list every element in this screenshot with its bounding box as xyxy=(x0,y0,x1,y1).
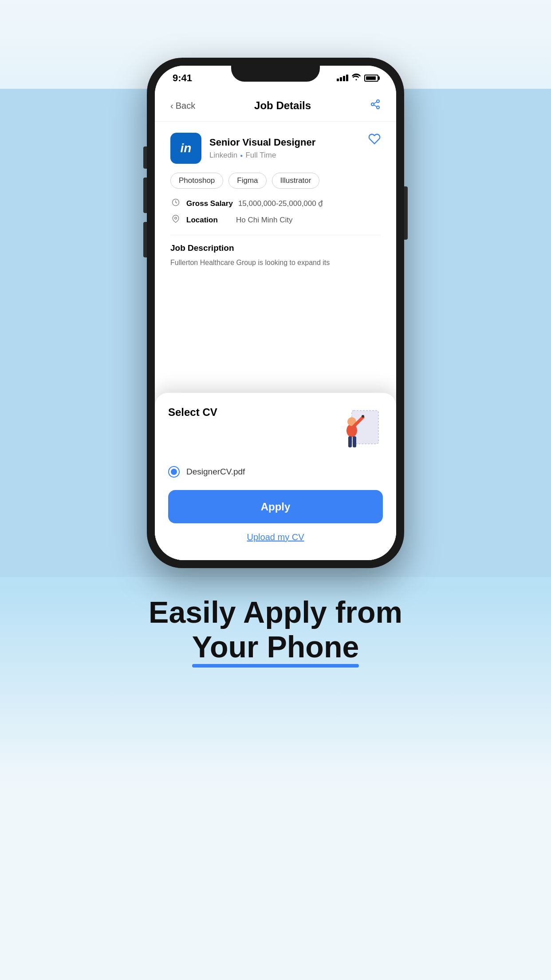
phone-mockup: 9:41 xyxy=(147,58,404,568)
job-description-title: Job Description xyxy=(170,243,381,253)
meta-dot: ● xyxy=(240,153,243,158)
divider xyxy=(170,235,381,235)
job-type: Full Time xyxy=(245,151,276,160)
app-content: ‹ Back Job Details xyxy=(155,90,396,560)
battery-icon xyxy=(364,75,378,82)
signal-bars xyxy=(337,75,348,81)
bottom-sheet: Select CV xyxy=(155,393,396,560)
job-meta: Linkedin ● Full Time xyxy=(209,151,315,160)
radio-inner xyxy=(171,469,177,475)
app-header: ‹ Back Job Details xyxy=(155,90,396,122)
company-name: Linkedin xyxy=(209,151,237,160)
back-button[interactable]: ‹ Back xyxy=(170,101,195,111)
phone-side-btn-3 xyxy=(143,222,147,257)
headline-line1: Easily Apply from xyxy=(149,595,402,629)
skills-tags: Photoshop Figma Illustrator xyxy=(170,173,381,189)
skill-tag-figma: Figma xyxy=(228,173,266,189)
back-chevron-icon: ‹ xyxy=(170,101,173,111)
phone-notch xyxy=(231,66,320,82)
svg-point-13 xyxy=(362,415,364,418)
back-label: Back xyxy=(176,101,195,111)
svg-line-3 xyxy=(374,105,377,107)
salary-label: Gross Salary xyxy=(186,199,233,208)
signal-bar-2 xyxy=(340,77,342,81)
share-icon[interactable] xyxy=(370,99,381,112)
phone-screen: 9:41 xyxy=(155,66,396,560)
job-header: in Senior Visual Designer Linkedin ● Ful… xyxy=(170,133,381,164)
person-illustration xyxy=(338,406,383,455)
select-cv-title: Select CV xyxy=(168,406,217,419)
status-time: 9:41 xyxy=(173,72,192,84)
salary-value: 15,000,000-25,000,000 ₫ xyxy=(238,199,323,208)
skill-tag-illustrator: Illustrator xyxy=(272,173,320,189)
job-title-info: Senior Visual Designer Linkedin ● Full T… xyxy=(209,137,315,160)
svg-line-4 xyxy=(374,102,377,104)
sheet-header: Select CV xyxy=(168,406,383,455)
bottom-headline-section: Easily Apply from Your Phone xyxy=(113,595,438,664)
cv-option[interactable]: DesignerCV.pdf xyxy=(168,466,383,478)
signal-bar-1 xyxy=(337,79,339,81)
location-value: Ho Chi Minh City xyxy=(236,216,293,225)
location-label: Location xyxy=(186,216,231,225)
favorite-icon[interactable] xyxy=(368,133,381,148)
location-row: Location Ho Chi Minh City xyxy=(170,215,381,225)
radio-button[interactable] xyxy=(168,466,180,478)
company-logo-text: in xyxy=(181,141,192,155)
apply-button[interactable]: Apply xyxy=(168,490,383,523)
cv-filename: DesignerCV.pdf xyxy=(186,467,245,477)
company-logo: in xyxy=(170,133,201,164)
phone-side-btn-right xyxy=(404,186,408,240)
svg-rect-10 xyxy=(348,436,352,447)
svg-point-6 xyxy=(175,217,177,219)
job-title: Senior Visual Designer xyxy=(209,137,315,148)
job-details-list: Gross Salary 15,000,000-25,000,000 ₫ xyxy=(170,198,381,225)
upload-cv-link[interactable]: Upload my CV xyxy=(168,532,383,542)
phone-side-btn-2 xyxy=(143,178,147,213)
signal-bar-3 xyxy=(343,76,345,81)
phone-frame: 9:41 xyxy=(147,58,404,568)
wifi-icon xyxy=(352,73,361,83)
status-icons xyxy=(337,73,378,83)
battery-fill xyxy=(366,76,376,80)
skill-tag-photoshop: Photoshop xyxy=(170,173,223,189)
headline-line2: Your Phone xyxy=(192,629,359,664)
svg-point-1 xyxy=(371,103,374,106)
page-background: 9:41 xyxy=(0,0,551,980)
job-card: in Senior Visual Designer Linkedin ● Ful… xyxy=(155,122,396,279)
job-description-text: Fullerton Healthcare Group is looking to… xyxy=(170,257,381,268)
job-logo-title: in Senior Visual Designer Linkedin ● Ful… xyxy=(170,133,315,164)
phone-side-btn-1 xyxy=(143,146,147,169)
svg-rect-11 xyxy=(353,436,356,447)
svg-point-0 xyxy=(377,100,379,103)
salary-row: Gross Salary 15,000,000-25,000,000 ₫ xyxy=(170,198,381,209)
main-headline: Easily Apply from Your Phone xyxy=(149,595,402,664)
page-title: Job Details xyxy=(254,99,311,112)
svg-point-2 xyxy=(377,106,379,109)
signal-bar-4 xyxy=(346,75,348,81)
salary-icon xyxy=(170,198,181,209)
location-icon xyxy=(170,215,181,225)
